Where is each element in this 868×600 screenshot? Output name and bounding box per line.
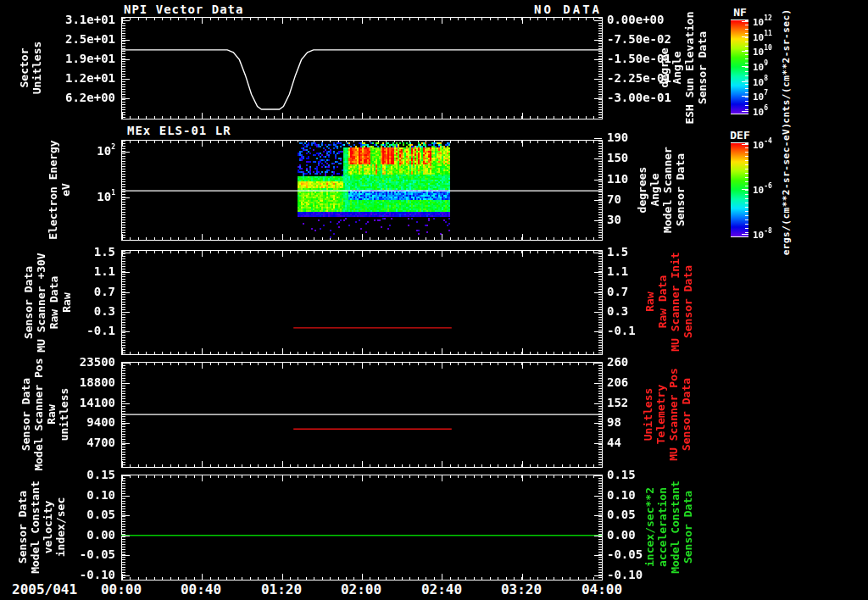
y-axis-label-right: degreeAngleESH Sun ElevationSensor Data [658,11,709,124]
panel1-title: NPI Vector Data [124,3,243,16]
colorbar-minor-ticks [745,20,748,114]
axis-major-ticks-top [122,18,602,24]
axis-label-line: Raw [45,358,58,470]
y-tick-label-right: 0.15 [607,468,688,481]
axis-label-line: Model Constant [29,481,42,574]
axis-label-line: Model Constant [669,481,682,574]
y-tick-label-right: 152 [607,396,688,409]
axis-major-ticks-bottom [122,574,602,580]
axis-label-line: Sensor Data [16,481,29,574]
axis-major-ticks-bottom [122,113,602,119]
colorbar-tick-label: 108 [753,75,768,88]
y-tick-label-left: 102 [34,144,115,158]
axis-label-line: Angle [648,147,661,233]
y-axis-label-right: UnitlessTelemetryMU Scanner PosSensor Da… [642,368,693,461]
colorbar-minor-ticks [745,143,748,236]
axis-label-line: acceleration [656,481,669,574]
y-tick-label-left: 2.5e+01 [34,32,115,46]
panel2-title: MEx ELS-01 LR [127,124,231,137]
axis-label-line: Model Scanner Pos [32,358,45,470]
axis-label-line: incex/sec**2 [643,481,656,574]
y-tick-label-right: 206 [607,375,688,389]
y-tick-label-right: 0.05 [607,508,688,521]
y-tick-label-right: 0.3 [607,304,688,318]
y-tick-label-left: 4700 [34,436,115,449]
y-tick-label-left: -0.1 [34,324,115,337]
axis-label-line: Sensor Data [19,358,32,470]
x-tick-label: 02:40 [399,581,484,597]
y-tick-label-right: 110 [607,172,688,186]
axis-label-line: Raw [60,253,73,352]
y-tick-label-left: -0.10 [34,568,115,581]
x-tick-label: 03:20 [479,581,564,597]
exponent: 1 [111,189,115,197]
axis-minor-ticks-left [122,18,125,119]
y-axis-label-right: RawRaw DataMU Scanner InitSensor Data [643,252,694,351]
y-tick-label-left: 3.1e+01 [34,13,115,26]
axis-label-line: Sector [18,42,31,95]
y-axis-label-left: Sensor DataModel Constantvelocityindex/s… [16,481,67,574]
y-tick-label-left: 0.05 [34,508,115,521]
axis-major-ticks-bottom [122,461,602,467]
y-tick-label-right: 1.1 [607,264,688,278]
y-tick-label-left: 0.10 [34,488,115,502]
axis-label-line: Sensor Data [674,147,687,233]
colorbar-nf-title: NF [723,6,757,19]
axis-label-line: Unitless [642,368,654,461]
colorbar-tick-label: 107 [753,90,768,103]
colorbar-def-title: DEF [723,129,757,142]
y-tick-label-right: 98 [607,415,688,429]
panel-model-constant [121,475,603,581]
axis-minor-ticks-right [598,251,602,354]
y-major-tick-right [594,138,602,139]
y-axis-label-right: incex/sec**2accelerationModel ConstantSe… [643,481,694,574]
y-tick-label-right: 150 [607,151,688,164]
axis-label-line: ESH Sun Elevation [683,11,696,124]
y-tick-label-left: 14100 [34,396,115,409]
exponent: 6 [764,104,768,112]
x-tick-label: 00:40 [159,581,243,597]
axis-major-ticks-top [122,363,602,369]
axis-label-line: Sensor Data [682,481,694,574]
axis-label-line: Telemetry [654,368,667,461]
axis-minor-ticks-left [122,141,125,240]
y-axis-label-left: Electron EnergyeV [47,140,72,239]
axis-label-line: degrees [636,147,648,233]
y-tick-label-left: 1.1 [34,264,115,278]
colorbar-nf-units: cnts/(cm**2-sr-sec) [780,8,793,123]
axis-label-line: unitless [58,358,70,470]
y-tick-label-right: 30 [607,213,688,226]
axis-label-line: Model Scanner [661,147,674,233]
axis-label-line: Sensor Data [696,11,709,124]
panel-mu-scanner-30v [121,250,603,355]
y-tick-label-right: 0.00e+00 [607,13,688,26]
els-spectrogram-image [298,142,452,238]
y-tick-label-left: -0.05 [34,547,115,561]
y-tick-label-right: -0.10 [607,568,688,581]
x-tick-label: 01:20 [239,581,324,597]
y-tick-label-right: -3.00e-01 [607,91,688,104]
axis-minor-ticks-right [598,141,602,240]
axis-major-ticks-top [122,475,602,481]
axis-minor-ticks-right [598,363,602,467]
axis-label-line: Raw Data [47,253,60,352]
y-tick-label-left: 0.3 [34,304,115,318]
axis-label-line: eV [59,140,72,239]
axis-label-line: Raw Data [656,252,669,351]
y-axis-label-left: SectorUnitless [18,42,43,95]
colorbar-tick-label: 10-6 [753,183,772,196]
colorbar-nf [731,19,748,114]
y-tick-label-right: -1.50e-01 [607,52,688,65]
y-tick-label-right: -7.50e-02 [607,32,688,46]
y-tick-label-right: -2.25e-01 [607,71,688,85]
y-tick-label-right: 260 [607,355,688,369]
exponent: 8 [764,75,768,82]
axis-minor-ticks-left [122,251,125,354]
y-tick-label-left: 0.00 [34,528,115,542]
x-tick-label: 02:00 [319,581,403,597]
axis-label-line: Sensor Data [680,368,693,461]
axis-label-line: degree [658,11,670,124]
y-tick-label-right: 0.10 [607,488,688,502]
y-tick-label-left: 6.2e+00 [34,91,115,104]
axis-minor-ticks-right [598,18,602,119]
